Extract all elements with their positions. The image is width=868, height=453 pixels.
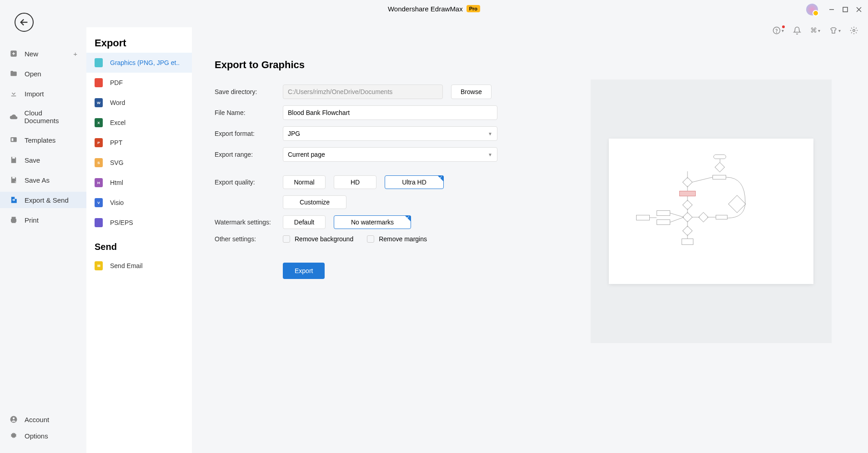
graphics-file-icon <box>95 58 103 67</box>
watermark-none[interactable]: No watermarks <box>334 215 411 229</box>
remove-background-option[interactable]: Remove background <box>283 235 353 243</box>
plus-icon: + <box>73 50 77 58</box>
export-type-label: Word <box>110 99 125 106</box>
html-file-icon: H <box>95 178 103 187</box>
sidebar-item-save[interactable]: Save <box>0 152 86 168</box>
preview-page <box>609 139 813 284</box>
tshirt-icon[interactable]: ▾ <box>829 26 841 35</box>
checkbox-icon[interactable] <box>283 235 290 243</box>
email-icon: ✉ <box>95 261 103 270</box>
export-type-graphics[interactable]: Graphics (PNG, JPG et.. <box>86 53 192 73</box>
export-type-pseps[interactable]: PS/EPS <box>86 213 192 233</box>
sidebar-item-new[interactable]: New + <box>0 45 86 62</box>
cloud-icon <box>9 112 18 121</box>
quality-normal[interactable]: Normal <box>283 175 326 189</box>
user-avatar-icon[interactable] <box>806 4 818 15</box>
svg-point-6 <box>853 30 855 32</box>
sidebar-item-label: Save As <box>25 176 50 184</box>
range-select[interactable]: Current page▼ <box>283 147 497 162</box>
export-type-svg[interactable]: SSVG <box>86 153 192 173</box>
sidebar-item-label: Export & Send <box>25 196 69 204</box>
gear-icon[interactable] <box>850 26 858 35</box>
back-button[interactable] <box>15 13 34 32</box>
chevron-down-icon: ▼ <box>488 152 492 157</box>
account-icon <box>9 415 18 424</box>
pdf-file-icon <box>95 78 103 87</box>
watermark-default[interactable]: Default <box>283 215 326 229</box>
svg-point-16 <box>13 418 15 420</box>
watermark-label: Watermark settings: <box>215 219 283 226</box>
sidebar-item-label: Open <box>25 70 41 78</box>
sidebar-item-label: Account <box>25 416 49 423</box>
export-type-label: PDF <box>110 79 123 86</box>
format-select[interactable]: JPG▼ <box>283 126 497 141</box>
remove-bg-label: Remove background <box>295 235 353 243</box>
export-type-html[interactable]: HHtml <box>86 173 192 193</box>
svg-rect-11 <box>10 137 17 142</box>
preview-panel <box>591 80 832 343</box>
filename-label: File Name: <box>215 109 283 116</box>
options-gear-icon <box>9 431 18 440</box>
format-value: JPG <box>288 130 300 137</box>
new-icon <box>9 49 18 58</box>
export-icon <box>9 195 18 204</box>
browse-button[interactable]: Browse <box>451 85 492 99</box>
quality-hd[interactable]: HD <box>334 175 376 189</box>
sidebar-item-options[interactable]: Options <box>0 428 86 444</box>
sidebar-item-label: New <box>25 50 38 58</box>
sidebar-item-account[interactable]: Account <box>0 411 86 428</box>
export-type-label: PS/EPS <box>110 219 133 226</box>
export-type-visio[interactable]: VVisio <box>86 193 192 213</box>
remove-margins-option[interactable]: Remove margins <box>367 235 427 243</box>
svg-file-icon: S <box>95 158 103 167</box>
sidebar-item-cloud[interactable]: Cloud Documents <box>0 105 86 128</box>
svg-rect-13 <box>12 157 15 159</box>
sidebar-item-templates[interactable]: Templates <box>0 132 86 148</box>
back-area <box>15 13 34 32</box>
send-email[interactable]: ✉Send Email <box>86 256 192 276</box>
sidebar-item-label: Cloud Documents <box>25 109 77 124</box>
export-type-pdf[interactable]: PDF <box>86 73 192 93</box>
send-label: Send Email <box>110 262 143 269</box>
export-type-excel[interactable]: XExcel <box>86 113 192 133</box>
svg-rect-14 <box>12 177 15 179</box>
quality-ultrahd[interactable]: Ultra HD <box>385 175 444 189</box>
save-icon <box>9 155 18 164</box>
maximize-button[interactable] <box>842 6 849 13</box>
ppt-file-icon: P <box>95 138 103 147</box>
sidebar-item-open[interactable]: Open <box>0 65 86 82</box>
svg-point-5 <box>777 32 777 33</box>
send-heading: Send <box>86 233 192 256</box>
saveas-icon <box>9 175 18 184</box>
close-button[interactable] <box>855 6 863 13</box>
sidebar-item-saveas[interactable]: Save As <box>0 172 86 188</box>
primary-sidebar: New + Open Import Cloud Documents Templa… <box>0 45 86 228</box>
remove-margins-label: Remove margins <box>379 235 427 243</box>
export-heading: Export <box>86 32 192 53</box>
range-value: Current page <box>288 151 325 158</box>
checkbox-icon[interactable] <box>367 235 374 243</box>
svg-rect-1 <box>843 7 848 12</box>
help-icon[interactable]: ▾ <box>773 26 784 35</box>
save-directory-input[interactable] <box>283 85 443 99</box>
pro-badge: Pro <box>467 5 480 12</box>
keyboard-shortcut-icon[interactable]: ⌘▾ <box>810 26 820 35</box>
import-icon <box>9 89 18 98</box>
minimize-button[interactable] <box>828 6 835 13</box>
sidebar-item-label: Print <box>25 216 39 224</box>
export-type-label: Excel <box>110 119 125 126</box>
bell-icon[interactable] <box>793 26 801 35</box>
sidebar-item-export[interactable]: Export & Send <box>0 192 86 208</box>
export-type-label: Visio <box>110 199 124 206</box>
sidebar-item-print[interactable]: Print <box>0 212 86 228</box>
export-button[interactable]: Export <box>283 263 325 279</box>
export-type-word[interactable]: WWord <box>86 93 192 113</box>
export-type-ppt[interactable]: PPPT <box>86 133 192 153</box>
export-type-label: Graphics (PNG, JPG et.. <box>110 59 180 66</box>
filename-input[interactable] <box>283 105 497 120</box>
chevron-down-icon: ▼ <box>488 131 492 136</box>
quality-customize[interactable]: Customize <box>283 195 346 209</box>
sidebar-item-import[interactable]: Import <box>0 85 86 102</box>
primary-sidebar-bottom: Account Options <box>0 411 86 444</box>
folder-icon <box>9 69 18 78</box>
